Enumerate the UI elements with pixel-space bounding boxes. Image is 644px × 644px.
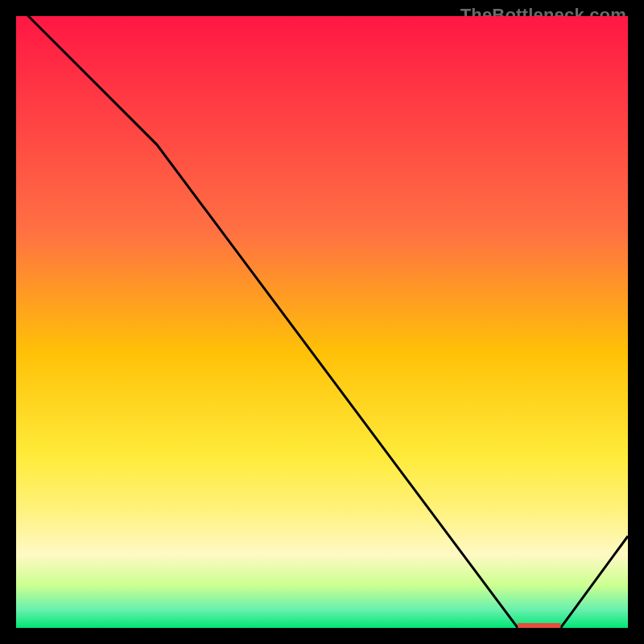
chart-svg	[16, 16, 628, 628]
chart-wrap: TheBottleneck.com	[0, 0, 644, 644]
gradient-fill	[16, 16, 628, 628]
bottom-marker	[518, 623, 560, 628]
